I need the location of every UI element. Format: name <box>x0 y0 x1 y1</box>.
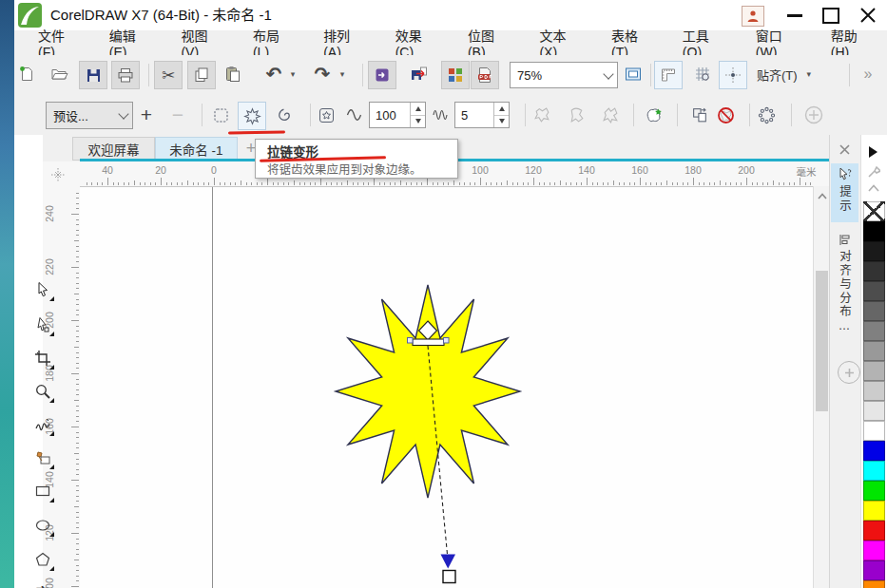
preset-list-combobox[interactable]: 预设... <box>46 102 133 129</box>
color-swatch[interactable] <box>863 421 885 441</box>
spinner-down-button[interactable] <box>411 116 425 128</box>
star-shape[interactable] <box>336 285 520 498</box>
app-logo-icon <box>18 3 42 28</box>
color-swatch[interactable] <box>863 381 885 401</box>
show-rulers-toggle[interactable] <box>654 61 683 89</box>
swatch-no-color[interactable] <box>863 201 885 221</box>
distortion-end-arrow[interactable] <box>441 555 456 569</box>
snap-settings-toggle[interactable] <box>719 61 747 89</box>
docker-tab-align-distribute[interactable]: 对齐与分布… <box>831 232 858 353</box>
vertical-scrollbar[interactable] <box>813 186 830 588</box>
slider-left-node[interactable] <box>408 338 414 344</box>
scrollbar-thumb[interactable] <box>816 271 828 411</box>
pick-tool[interactable] <box>30 277 55 302</box>
convert-to-curves-button[interactable] <box>800 102 827 128</box>
smooth-distortion-button[interactable] <box>563 102 589 128</box>
show-grid-toggle[interactable] <box>689 61 716 87</box>
zipper-frequency-spinner[interactable]: 5 <box>454 102 510 128</box>
copy-button[interactable] <box>187 61 216 89</box>
color-swatch[interactable] <box>863 580 885 588</box>
add-preset-button[interactable]: + <box>133 102 160 128</box>
paste-button[interactable] <box>220 61 246 87</box>
color-swatch[interactable] <box>863 521 885 541</box>
color-palette <box>860 135 887 588</box>
publish-pdf-button[interactable] <box>471 61 499 89</box>
color-swatch[interactable] <box>863 321 885 341</box>
color-swatch[interactable] <box>863 261 885 281</box>
center-distortion-button[interactable] <box>753 102 780 128</box>
undo-dropdown[interactable]: ▾ <box>285 61 300 87</box>
redo-dropdown[interactable]: ▾ <box>335 61 350 87</box>
tab-untitled-1[interactable]: 未命名 -1 <box>155 137 238 161</box>
distortion-slider-bar[interactable] <box>413 339 444 346</box>
chevron-down-icon: ▾ <box>291 69 296 79</box>
color-swatch[interactable] <box>863 361 885 381</box>
new-document-button[interactable] <box>13 61 40 87</box>
push-pull-distortion-button[interactable] <box>207 102 234 128</box>
color-swatch[interactable] <box>863 560 885 580</box>
palette-scroll-up-button[interactable] <box>868 184 879 192</box>
clear-distortion-button[interactable] <box>712 102 739 128</box>
spinner-up-button[interactable] <box>494 103 509 116</box>
zipper-distortion-button[interactable] <box>238 102 266 130</box>
save-button[interactable] <box>79 61 107 89</box>
twister-distortion-button[interactable] <box>271 102 298 128</box>
color-swatch[interactable] <box>863 481 885 501</box>
copy-distortion-button[interactable] <box>686 102 713 128</box>
spinner-down-button[interactable] <box>494 116 509 128</box>
color-swatch[interactable] <box>863 301 885 321</box>
docker-close-button[interactable] <box>835 141 854 158</box>
zipper-amplitude-spinner[interactable]: 100 <box>369 102 426 128</box>
color-swatch[interactable] <box>863 541 885 560</box>
docker-collapse-button[interactable] <box>838 361 860 384</box>
polygon-tool[interactable] <box>30 547 55 572</box>
color-swatch[interactable] <box>863 501 885 521</box>
import-button[interactable] <box>368 61 396 89</box>
local-distortion-icon <box>602 106 620 124</box>
plus-icon: + <box>141 104 152 126</box>
local-distortion-button[interactable] <box>597 102 624 128</box>
push-pull-distortion-icon <box>212 106 230 124</box>
distortion-end-handle[interactable] <box>443 571 455 583</box>
new-distortion-button[interactable] <box>641 102 667 128</box>
color-swatch[interactable] <box>863 281 885 301</box>
redo-button[interactable]: ↷ <box>309 61 336 87</box>
ruler-label: 140 <box>572 164 601 176</box>
tab-welcome-screen[interactable]: 欢迎屏幕 <box>72 137 155 161</box>
canvas-objects[interactable] <box>80 186 813 588</box>
scroll-up-button[interactable] <box>816 189 828 202</box>
text-tool[interactable]: 字 <box>30 579 55 588</box>
random-distortion-button[interactable] <box>529 102 555 128</box>
ellipse-tool[interactable] <box>30 513 55 538</box>
open-button[interactable] <box>46 61 72 87</box>
cut-button[interactable]: ✂ <box>154 61 183 89</box>
open-folder-icon <box>50 66 68 83</box>
crop-tool[interactable] <box>30 346 55 370</box>
docker-tab-hints[interactable]: 提示 <box>831 163 858 222</box>
spinner-up-button[interactable] <box>411 103 425 116</box>
app-launcher-button[interactable] <box>441 61 470 89</box>
freehand-tool[interactable] <box>30 412 55 437</box>
color-swatch[interactable] <box>863 341 885 361</box>
snap-menu-button[interactable]: 贴齐(T) ▾ <box>757 61 811 87</box>
remove-preset-button[interactable]: − <box>164 102 191 128</box>
smart-fill-tool[interactable] <box>30 446 55 470</box>
color-swatch[interactable] <box>863 441 885 461</box>
color-swatch[interactable] <box>863 401 885 421</box>
color-swatch[interactable] <box>863 461 885 481</box>
color-swatch[interactable] <box>863 221 885 241</box>
undo-button[interactable]: ↶ <box>260 61 287 87</box>
zoom-tool[interactable] <box>30 379 55 404</box>
color-swatch[interactable] <box>863 241 885 261</box>
slider-right-node[interactable] <box>444 338 450 344</box>
toolbar-overflow-button[interactable]: » <box>856 61 880 87</box>
print-button[interactable] <box>111 61 140 89</box>
palette-flyout-button[interactable] <box>869 146 877 158</box>
zoom-level-combobox[interactable]: 75% <box>510 62 618 88</box>
user-account-button[interactable] <box>742 6 764 27</box>
distortion-mode-button[interactable] <box>313 102 339 128</box>
full-screen-preview-button[interactable] <box>620 61 646 87</box>
export-button[interactable] <box>405 61 432 87</box>
shape-tool[interactable] <box>30 313 55 337</box>
rectangle-tool[interactable] <box>30 479 55 503</box>
